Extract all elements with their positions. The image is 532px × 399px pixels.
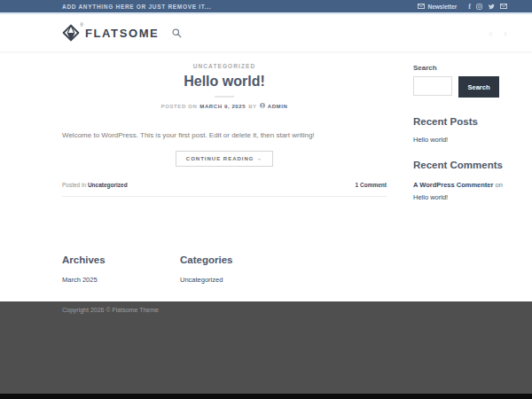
search-icon[interactable]	[172, 28, 182, 38]
facebook-icon[interactable]: f	[468, 4, 471, 10]
header-nav-arrows: ‹ ›	[489, 27, 507, 39]
meta-by: BY	[248, 104, 257, 109]
content-area: UNCATEGORIZED Hello world! POSTED ON MAR…	[0, 51, 532, 205]
author-avatar-icon	[260, 103, 265, 109]
categories-title: Categories	[180, 254, 298, 265]
footer-bottom-edge	[0, 394, 532, 399]
post-title[interactable]: Hello world!	[62, 74, 387, 90]
title-divider	[215, 96, 234, 98]
topbar-message: ADD ANYTHING HERE OR JUST REMOVE IT...	[62, 4, 211, 10]
next-arrow[interactable]: ›	[504, 27, 507, 39]
email-icon[interactable]	[500, 4, 507, 9]
archives-title: Archives	[62, 254, 180, 265]
category-link[interactable]: Uncategorized	[180, 276, 223, 284]
comment-author-link[interactable]: A WordPress Commenter	[413, 181, 493, 189]
logo-text: FLATSOME	[85, 27, 159, 40]
sidebar: Search Search Recent Posts Hello world! …	[413, 51, 507, 205]
continue-reading-row: CONTINUE READING →	[62, 148, 387, 167]
meta-date[interactable]: MARCH 9, 2025	[200, 104, 246, 109]
post-category[interactable]: UNCATEGORIZED	[62, 63, 387, 69]
newsletter-label: Newsletter	[427, 4, 457, 10]
posted-in: Posted in Uncategorized	[62, 182, 128, 188]
recent-post-link[interactable]: Hello world!	[413, 136, 507, 144]
comment-post-link[interactable]: Hello world!	[413, 193, 448, 201]
search-widget: Search	[413, 76, 507, 98]
post-footer-meta: Posted in Uncategorized 1 Comment	[62, 182, 387, 197]
search-widget-title: Search	[413, 64, 507, 72]
post-excerpt: Welcome to WordPress. This is your first…	[62, 130, 387, 140]
topbar-right: Newsletter f	[418, 4, 507, 10]
copyright-text: Copyright 2026 © Flatsome Theme	[62, 307, 507, 313]
footer-dark: Copyright 2026 © Flatsome Theme	[0, 301, 532, 395]
flatsome-logo-icon: ®	[62, 24, 80, 42]
prev-arrow[interactable]: ‹	[489, 27, 492, 39]
search-button[interactable]: Search	[458, 76, 499, 98]
newsletter-link[interactable]: Newsletter	[418, 4, 457, 10]
recent-comments-title: Recent Comments	[413, 160, 507, 170]
categories-widget: Categories Uncategorized	[180, 254, 298, 286]
top-bar: ADD ANYTHING HERE OR JUST REMOVE IT... N…	[0, 0, 532, 12]
posted-in-label: Posted in	[62, 182, 88, 188]
meta-author[interactable]: ADMIN	[268, 104, 288, 109]
envelope-icon	[418, 4, 425, 9]
recent-posts-title: Recent Posts	[413, 116, 507, 127]
archive-link[interactable]: March 2025	[62, 276, 98, 284]
comments-link[interactable]: 1 Comment	[356, 182, 387, 188]
site-logo[interactable]: ® FLATSOME	[62, 24, 159, 42]
registered-mark: ®	[80, 22, 83, 27]
social-icons: f	[468, 4, 507, 10]
instagram-icon[interactable]	[476, 4, 482, 10]
comment-connector: on	[493, 181, 502, 189]
post-column: UNCATEGORIZED Hello world! POSTED ON MAR…	[62, 51, 387, 205]
continue-reading-button[interactable]: CONTINUE READING →	[176, 151, 273, 167]
search-input[interactable]	[413, 76, 452, 96]
archives-widget: Archives March 2025	[62, 254, 180, 286]
twitter-icon[interactable]	[488, 4, 495, 10]
footer-widgets: Archives March 2025 Categories Uncategor…	[0, 205, 532, 301]
post-meta: POSTED ON MARCH 9, 2025 BY ADMIN	[62, 103, 387, 109]
posted-in-category-link[interactable]: Uncategorized	[88, 182, 128, 188]
site-header: ® FLATSOME ‹ ›	[0, 14, 532, 51]
meta-prefix: POSTED ON	[161, 104, 198, 109]
recent-comment-item: A WordPress Commenter on Hello world!	[413, 179, 507, 205]
